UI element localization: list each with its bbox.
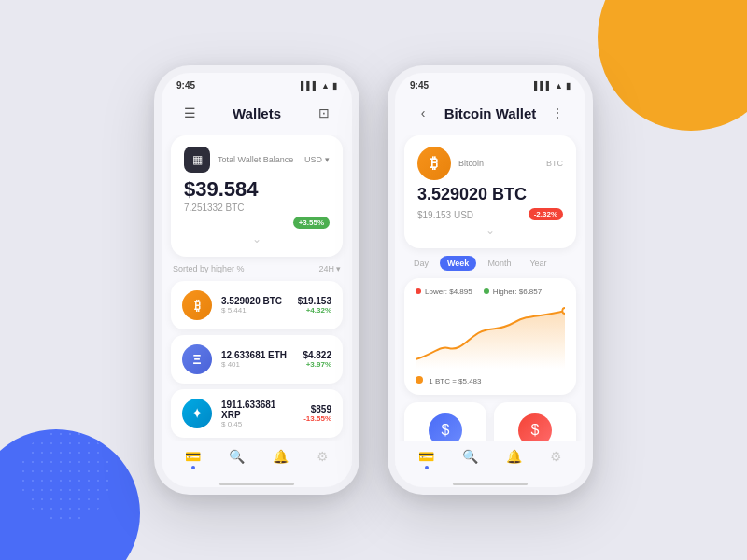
phone-bitcoin: 9:45 ▌▌▌ ▲ ▮ ‹ Bitcoin Wallet ⋮ [388, 65, 593, 495]
nav-compass[interactable]: 🔍 [229, 449, 245, 469]
tab-month[interactable]: Month [480, 256, 518, 271]
btc-price-val: $19.153 [298, 296, 331, 306]
legend-lower: Lower: $4.895 [416, 287, 472, 296]
sell-btc-button[interactable]: $ Sell BTC [494, 402, 576, 441]
btc-balance-left: ₿ Bitcoin [417, 147, 484, 180]
eth-price: $4.822 +3.97% [303, 350, 331, 369]
wallet-icon: ▦ [184, 147, 210, 173]
wifi-icon-1: ▲ [321, 81, 330, 91]
time-filter[interactable]: 24H ▾ [318, 264, 341, 273]
crypto-row-btc[interactable]: ₿ 3.529020 BTC $ 5.441 $19.153 +4.32% [171, 281, 343, 329]
legend-dot-higher [484, 288, 489, 294]
xrp-info: 1911.633681 XRP $ 0.45 [221, 399, 294, 428]
btc-currency-label: BTC [546, 159, 563, 168]
nav2-settings[interactable]: ⚙ [550, 449, 562, 469]
tab-year[interactable]: Year [522, 256, 554, 271]
balance-label: Total Wallet Balance [218, 155, 293, 164]
currency-text: USD [304, 155, 322, 164]
chart-legend: Lower: $4.895 Higher: $6.857 [416, 287, 565, 296]
btc-logo: ₿ [182, 290, 212, 320]
wifi-icon-2: ▲ [555, 81, 563, 91]
currency-selector[interactable]: USD ▾ [304, 155, 330, 164]
tab-week[interactable]: Week [440, 256, 476, 271]
crypto-row-eth[interactable]: Ξ 12.633681 ETH $ 401 $4.822 +3.97% [171, 335, 343, 384]
nav-compass-icon: 🔍 [229, 449, 245, 464]
btc-price: $19.153 +4.32% [298, 296, 331, 315]
nav2-bell-icon: 🔔 [506, 449, 522, 464]
crypto-list: ₿ 3.529020 BTC $ 5.441 $19.153 +4.32% Ξ [171, 281, 343, 438]
status-icons-2: ▌▌▌ ▲ ▮ [534, 81, 571, 91]
legend-higher: Higher: $6.857 [484, 287, 542, 296]
currency-chevron: ▾ [325, 155, 330, 164]
nav2-bell-dot [513, 466, 516, 469]
price-chart [416, 303, 565, 369]
btc-info: 3.529020 BTC $ 5.441 [221, 296, 289, 315]
xrp-change: -13.55% [303, 414, 331, 423]
eth-amount: 12.633681 ETH [221, 350, 293, 360]
nav-settings[interactable]: ⚙ [317, 449, 329, 469]
nav2-compass-dot [469, 466, 472, 469]
nav2-wallet-icon: 💳 [418, 449, 434, 464]
chart-tabs: Day Week Month Year [404, 256, 576, 271]
list-section-header: Sorted by higher % 24H ▾ [171, 264, 343, 273]
nav2-compass[interactable]: 🔍 [462, 449, 478, 469]
bottom-nav-1: 💳 🔍 🔔 ⚙ [162, 441, 352, 479]
nav-wallet-icon: 💳 [185, 449, 201, 464]
balance-change-badge: +3.55% [293, 217, 330, 229]
eth-change: +3.97% [303, 360, 331, 369]
nav-bell[interactable]: 🔔 [273, 449, 289, 469]
balance-amount: $39.584 [184, 178, 330, 201]
nav2-bell[interactable]: 🔔 [506, 449, 522, 469]
nav2-compass-icon: 🔍 [462, 449, 478, 464]
nav-compass-dot [235, 466, 239, 469]
phone-wallets-inner: 9:45 ▌▌▌ ▲ ▮ ☰ Wallets ⊡ ▦ [162, 73, 352, 487]
phone-bitcoin-inner: 9:45 ▌▌▌ ▲ ▮ ‹ Bitcoin Wallet ⋮ [395, 73, 585, 487]
battery-icon-2: ▮ [566, 81, 571, 91]
bitcoin-title: Bitcoin Wallet [444, 105, 537, 121]
status-bar-1: 9:45 ▌▌▌ ▲ ▮ [162, 73, 352, 94]
btc-usd: $ 5.441 [221, 306, 289, 315]
more-button[interactable]: ⋮ [544, 100, 571, 126]
nav-wallet[interactable]: 💳 [185, 449, 201, 469]
tab-day[interactable]: Day [406, 256, 436, 271]
chart-legend-dot [416, 376, 423, 384]
balance-bottom: +3.55% [184, 217, 330, 229]
menu-button[interactable]: ☰ [176, 100, 203, 126]
buy-btc-button[interactable]: $ Buy BTC [404, 402, 486, 441]
btc-card-expand[interactable]: ⌄ [417, 224, 563, 237]
eth-info: 12.633681 ETH $ 401 [221, 350, 293, 369]
bottom-nav-2: 💳 🔍 🔔 ⚙ [395, 441, 585, 479]
nav2-settings-icon: ⚙ [550, 449, 562, 464]
btc-change: +4.32% [298, 306, 331, 315]
legend-dot-lower [416, 288, 421, 294]
btc-coin-name: Bitcoin [458, 159, 484, 168]
wallets-title: Wallets [233, 105, 281, 121]
nav2-settings-dot [555, 466, 558, 469]
nav-bell-icon: 🔔 [273, 449, 289, 464]
xrp-price: $859 -13.55% [303, 404, 331, 423]
nav2-wallet[interactable]: 💳 [418, 449, 434, 469]
sorted-label: Sorted by higher % [173, 264, 245, 273]
phone-wallets: 9:45 ▌▌▌ ▲ ▮ ☰ Wallets ⊡ ▦ [154, 65, 359, 495]
xrp-logo: ✦ [182, 399, 212, 428]
nav2-wallet-dot [425, 466, 429, 469]
bitcoin-header: ‹ Bitcoin Wallet ⋮ [395, 94, 585, 135]
status-icons-1: ▌▌▌ ▲ ▮ [301, 81, 337, 91]
back-button[interactable]: ‹ [410, 100, 436, 126]
phones-container: 9:45 ▌▌▌ ▲ ▮ ☰ Wallets ⊡ ▦ [154, 65, 593, 495]
scan-button[interactable]: ⊡ [311, 100, 337, 126]
btc-balance-amount: 3.529020 BTC [417, 186, 563, 204]
eth-usd: $ 401 [221, 360, 293, 369]
balance-card-expand[interactable]: ⌄ [184, 232, 330, 245]
balance-card-header: ▦ Total Wallet Balance USD ▾ [184, 147, 330, 173]
btc-change-badge: -2.32% [529, 208, 563, 220]
btc-balance-card: ₿ Bitcoin BTC 3.529020 BTC $19.153 USD -… [404, 135, 576, 248]
legend-lower-text: Lower: $4.895 [425, 287, 472, 296]
status-bar-2: 9:45 ▌▌▌ ▲ ▮ [395, 73, 585, 94]
xrp-price-val: $859 [303, 404, 331, 414]
chart-price-label: 1 BTC = $5.483 [416, 376, 565, 385]
balance-btc: 7.251332 BTC [184, 203, 330, 213]
crypto-row-xrp[interactable]: ✦ 1911.633681 XRP $ 0.45 $859 -13.55% [171, 389, 343, 438]
action-buttons: $ Buy BTC $ Sell BTC [404, 402, 576, 441]
legend-higher-text: Higher: $6.857 [493, 287, 542, 296]
